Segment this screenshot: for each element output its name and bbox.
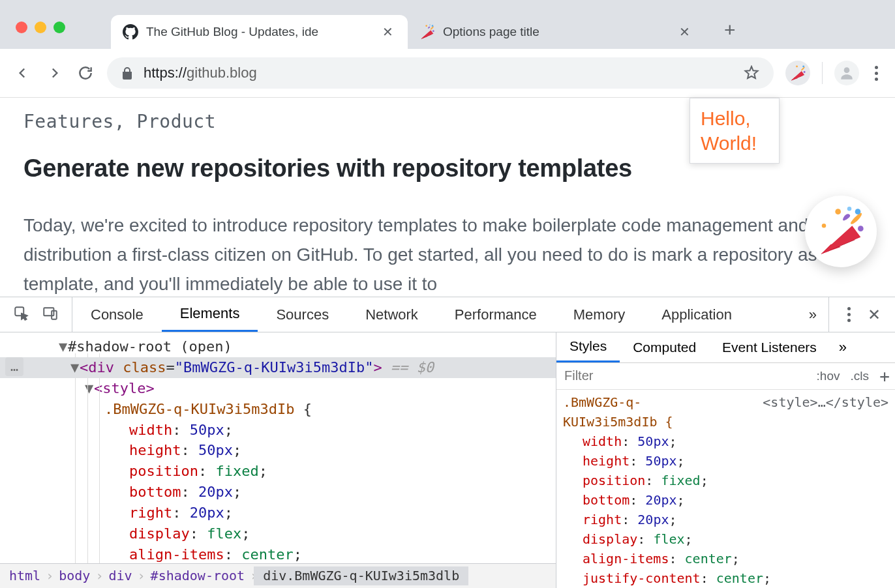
new-tab-button[interactable]: +	[705, 19, 755, 49]
back-button[interactable]	[13, 63, 33, 83]
svg-point-10	[835, 209, 841, 214]
styles-tab-computed[interactable]: Computed	[620, 332, 709, 362]
styles-filter-input[interactable]	[556, 368, 812, 383]
forward-button[interactable]	[44, 63, 64, 83]
window-minimize-button[interactable]	[35, 22, 46, 33]
svg-point-7	[844, 67, 850, 73]
svg-point-11	[847, 207, 852, 211]
address-bar[interactable]: https://github.blog	[107, 57, 774, 89]
github-icon	[123, 24, 138, 40]
new-style-rule-button[interactable]: +	[874, 366, 895, 386]
url-display: https://github.blog	[144, 65, 257, 81]
devtools-more-tabs[interactable]: »	[797, 306, 828, 323]
svg-point-3	[429, 24, 431, 25]
styles-tab-event-listeners[interactable]: Event Listeners	[709, 332, 830, 362]
devtools-menu-button[interactable]	[843, 303, 855, 326]
style-rules[interactable]: <style>…</style> .BmWGZG-q- KUIw3i5m3dIb…	[556, 390, 895, 588]
svg-point-1	[432, 30, 434, 32]
devtools-tab-performance[interactable]: Performance	[436, 297, 555, 332]
svg-point-5	[804, 71, 806, 73]
devtools-tab-elements[interactable]: Elements	[162, 297, 258, 332]
styles-panel: StylesComputedEvent Listeners» :hov .cls…	[556, 332, 895, 588]
device-toolbar-icon[interactable]	[42, 305, 59, 325]
window-close-button[interactable]	[16, 22, 27, 33]
party-popper-icon	[419, 24, 435, 40]
floating-extension-badge[interactable]	[805, 196, 877, 267]
devtools-tab-memory[interactable]: Memory	[555, 297, 643, 332]
page-title: Generate new repositories with repositor…	[23, 154, 872, 183]
svg-point-4	[802, 65, 804, 67]
bookmark-star-icon[interactable]	[744, 65, 759, 81]
tab-close-button[interactable]: ✕	[676, 23, 693, 41]
reload-button[interactable]	[76, 63, 95, 83]
svg-point-2	[425, 25, 427, 27]
devtools-toolbar: ConsoleElementsSourcesNetworkPerformance…	[0, 297, 895, 332]
hov-toggle[interactable]: :hov	[812, 369, 845, 383]
dom-tree-panel[interactable]: ▼#shadow-root (open) ▼<div class="BmWGZG…	[0, 332, 556, 588]
styles-more-tabs[interactable]: »	[830, 339, 856, 356]
devtools-close-button[interactable]: ✕	[868, 306, 881, 324]
tab-options[interactable]: Options page title ✕	[408, 15, 705, 49]
browser-tab-strip: The GitHub Blog - Updates, ide ✕ Options…	[0, 0, 895, 49]
breadcrumb-item[interactable]: html	[0, 566, 50, 585]
devtools-panel: ConsoleElementsSourcesNetworkPerformance…	[0, 297, 895, 588]
devtools-tab-sources[interactable]: Sources	[258, 297, 347, 332]
style-source-link[interactable]: <style>…</style>	[763, 392, 888, 412]
devtools-tab-application[interactable]: Application	[643, 297, 750, 332]
breadcrumb-item[interactable]: body	[50, 566, 99, 585]
breadcrumb-item[interactable]: div	[99, 566, 141, 585]
inspect-element-icon[interactable]	[13, 305, 30, 325]
cls-toggle[interactable]: .cls	[845, 369, 875, 383]
svg-point-12	[822, 224, 827, 228]
browser-menu-button[interactable]	[871, 62, 882, 85]
svg-point-6	[796, 65, 798, 67]
window-maximize-button[interactable]	[53, 22, 65, 33]
page-content: Features, Product Generate new repositor…	[0, 98, 895, 297]
tab-title: The GitHub Blog - Updates, ide	[146, 25, 372, 39]
tab-close-button[interactable]: ✕	[380, 23, 396, 41]
lock-icon	[121, 66, 133, 80]
profile-avatar-button[interactable]	[834, 61, 859, 85]
toolbar: https://github.blog	[0, 49, 895, 98]
extension-button[interactable]	[785, 61, 810, 85]
toolbar-divider	[822, 62, 823, 84]
dom-breadcrumb[interactable]: html›body›div›#shadow-root›div.BmWGZG-q-…	[0, 563, 556, 588]
svg-point-0	[432, 25, 434, 27]
devtools-tab-network[interactable]: Network	[347, 297, 436, 332]
category-crumbs[interactable]: Features, Product	[23, 111, 872, 132]
tabs-container: The GitHub Blog - Updates, ide ✕ Options…	[111, 0, 895, 49]
devtools-tab-console[interactable]: Console	[72, 297, 162, 332]
window-controls	[0, 22, 65, 49]
styles-tab-styles[interactable]: Styles	[556, 332, 620, 362]
tab-title: Options page title	[443, 25, 669, 39]
breadcrumb-item[interactable]: div.BmWGZG-q-KUIw3i5m3dlb	[254, 566, 468, 585]
page-body-text: Today, we're excited to introduce reposi…	[23, 211, 872, 297]
svg-point-8	[855, 209, 861, 214]
tab-github-blog[interactable]: The GitHub Blog - Updates, ide ✕	[111, 15, 408, 49]
breadcrumb-item[interactable]: #shadow-root	[142, 566, 254, 585]
svg-point-9	[858, 226, 864, 231]
